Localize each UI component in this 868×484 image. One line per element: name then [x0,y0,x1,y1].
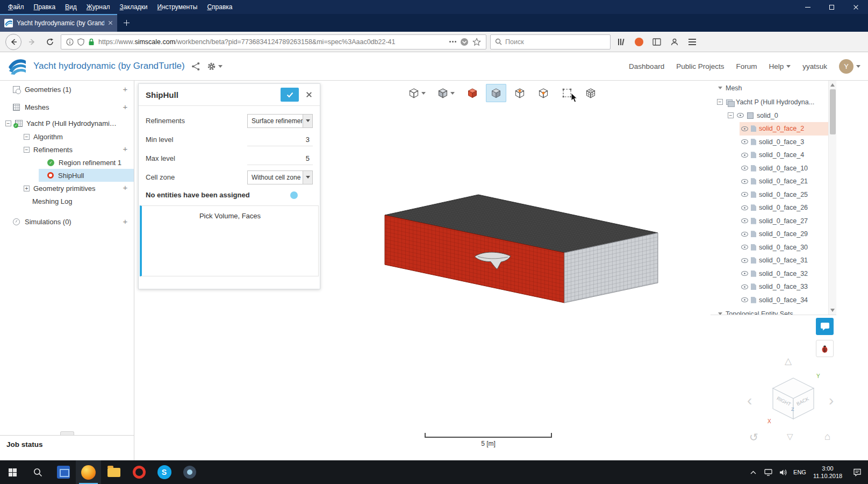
visibility-eye-icon[interactable] [741,153,748,158]
report-bug-button[interactable] [816,340,834,357]
nav-forum[interactable]: Forum [736,62,757,70]
menu-view[interactable]: Вид [60,1,82,13]
viewport[interactable]: ShipHull Refinements Surface refinement … [134,81,868,460]
visibility-eye-icon[interactable] [737,113,744,118]
start-button[interactable] [0,460,25,484]
visibility-eye-icon[interactable] [741,245,748,250]
action-center-button[interactable] [847,460,868,484]
collapse-chevron-icon[interactable] [718,87,722,89]
pick-entities-box[interactable]: Pick Volume, Faces [140,205,319,276]
add-mesh-button[interactable] [121,104,129,111]
visibility-eye-icon[interactable] [741,232,748,237]
face-row[interactable]: solid_0_face_27 [711,215,828,228]
scroll-down-icon[interactable] [830,309,835,312]
render-mode-dropdown[interactable] [433,84,459,102]
account-button[interactable] [668,35,682,49]
face-row[interactable]: solid_0_face_2 [711,122,828,136]
rtree-mesh-root[interactable]: Mesh [711,81,828,95]
nav-help[interactable]: Help [769,62,791,70]
user-menu[interactable]: Y [839,59,860,74]
url-text[interactable]: https://www.simscale.com/workbench/beta?… [98,38,446,46]
face-row[interactable]: solid_0_face_33 [711,280,828,294]
tree-meshes[interactable]: Meshes [0,98,134,116]
min-level-input[interactable] [247,133,313,146]
menu-bookmarks[interactable]: Закладки [115,1,153,13]
scroll-up-icon[interactable] [830,83,835,87]
taskbar-file-explorer[interactable] [101,460,126,484]
expand-icon[interactable] [24,186,30,191]
face-row[interactable]: solid_0_face_25 [711,188,828,202]
pick-point-button[interactable] [510,84,530,102]
add-simulation-button[interactable] [121,218,129,226]
library-button[interactable] [614,35,628,49]
tree-region-refinement[interactable]: Region refinement 1 [39,156,134,169]
tree-refinements[interactable]: Refinements [0,143,134,156]
taskbar-app-tile[interactable] [51,460,76,484]
https-lock-icon[interactable] [88,38,95,46]
tree-scrollbar[interactable] [828,81,836,315]
back-button[interactable] [5,34,21,50]
project-settings-button[interactable] [207,62,223,71]
menu-tools[interactable]: Инструменты [153,1,203,13]
face-row[interactable]: solid_0_face_4 [711,148,828,162]
visibility-eye-icon[interactable] [741,126,748,131]
show-surface-mesh-button[interactable] [486,84,506,102]
orientation-cube[interactable]: RIGHT BACK Y X Z [765,371,821,426]
nav-dashboard[interactable]: Dashboard [629,62,664,70]
collapse-chevron-icon[interactable] [718,312,722,315]
menu-edit[interactable]: Правка [29,1,61,13]
scrollbar-thumb[interactable] [830,89,836,134]
face-row[interactable]: solid_0_face_34 [711,294,828,307]
clock[interactable]: 3:0011.10.2018 [809,465,847,480]
navigation-cube[interactable]: △ ‹ › RIGHT BACK Y X Z ↺ ▽ ⌂ [746,357,841,452]
visibility-eye-icon[interactable] [741,139,748,144]
rtree-topological-sets[interactable]: Topological Entity Sets [711,307,828,315]
add-refinement-button[interactable] [121,146,129,153]
face-row[interactable]: solid_0_face_3 [711,136,828,149]
address-bar[interactable]: https://www.simscale.com/workbench/beta?… [61,34,486,49]
taskbar-opera[interactable] [126,460,152,484]
page-actions-icon[interactable] [449,41,456,42]
max-level-input[interactable] [247,152,313,165]
face-row[interactable]: solid_0_face_30 [711,241,828,254]
cell-zone-select[interactable]: Without cell zone [247,170,313,184]
taskbar-search-button[interactable] [25,460,51,484]
collapse-icon[interactable] [24,134,30,140]
reload-button[interactable] [43,35,57,49]
visibility-eye-icon[interactable] [741,179,748,184]
tree-mesh-item[interactable]: Yacht P (Hull Hydrodynamics) m... [0,116,134,130]
visibility-eye-icon[interactable] [741,192,748,197]
language-indicator[interactable]: ENG [791,469,809,475]
rotate-down-icon[interactable]: ▽ [787,432,793,442]
pocket-icon[interactable] [460,38,469,46]
apply-button[interactable] [281,88,299,102]
forward-button[interactable] [25,35,39,49]
bookmark-star-icon[interactable] [472,38,481,46]
tree-geometries[interactable]: Geometries (1) [0,81,134,98]
visibility-eye-icon[interactable] [741,258,748,263]
extension-button[interactable] [632,35,646,49]
face-row[interactable]: solid_0_face_31 [711,254,828,267]
search-input[interactable] [505,38,586,46]
sidebars-button[interactable] [650,35,664,49]
tracking-shield-icon[interactable] [77,38,84,46]
username-label[interactable]: yyatsuk [802,62,827,70]
add-primitive-button[interactable] [121,184,129,192]
face-row[interactable]: solid_0_face_10 [711,162,828,175]
close-button[interactable] [844,0,868,14]
taskbar-firefox[interactable] [76,460,101,484]
tree-geometry-primitives[interactable]: Geometry primitives [0,182,134,195]
tree-shiphull[interactable]: ShipHull [39,169,134,182]
rotate-up-icon[interactable]: △ [785,355,792,367]
tab-close-icon[interactable] [108,20,113,25]
view-mode-dropdown[interactable] [404,84,430,102]
tree-simulations[interactable]: Simulations (0) [0,213,134,231]
collapse-icon[interactable] [728,112,734,118]
menu-file[interactable]: Файл [3,1,29,13]
tray-volume-button[interactable] [776,460,791,484]
visibility-eye-icon[interactable] [741,205,748,210]
face-row[interactable]: solid_0_face_21 [711,175,828,188]
collapse-icon[interactable] [5,120,11,126]
cancel-button[interactable] [305,91,313,98]
visibility-eye-icon[interactable] [741,218,748,223]
